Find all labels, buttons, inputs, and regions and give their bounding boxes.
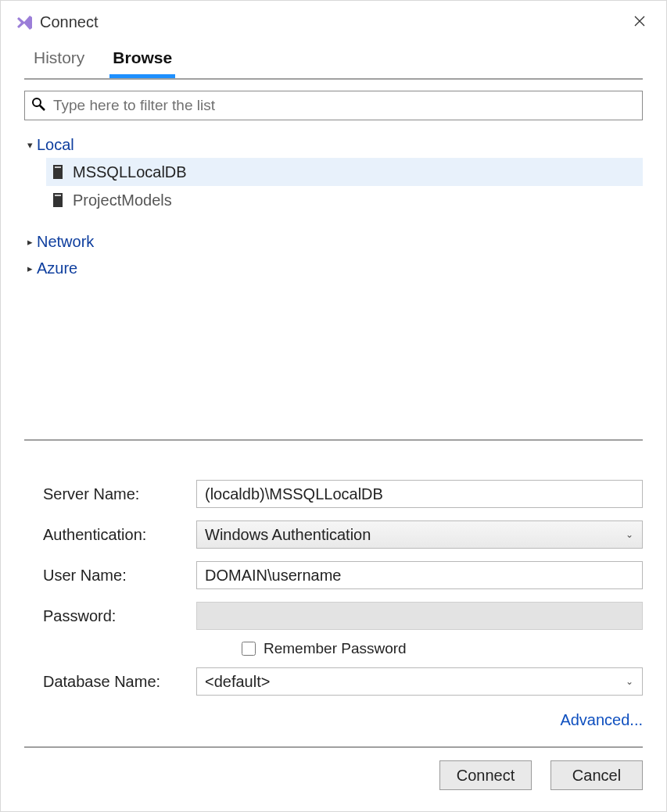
server-name-label: Server Name: bbox=[43, 485, 196, 503]
svg-rect-3 bbox=[55, 166, 61, 168]
divider bbox=[24, 78, 643, 80]
svg-point-0 bbox=[33, 98, 41, 106]
user-name-label: User Name: bbox=[43, 567, 196, 585]
dialog-buttons: Connect Cancel bbox=[1, 760, 666, 804]
svg-line-1 bbox=[40, 106, 45, 110]
user-name-input[interactable] bbox=[196, 561, 643, 589]
tree-item-projectmodels[interactable]: ProjectModels bbox=[46, 186, 643, 214]
filter-input[interactable] bbox=[52, 96, 636, 115]
tree-group-azure[interactable]: ▸ Azure bbox=[24, 255, 643, 281]
caret-right-icon: ▸ bbox=[24, 236, 35, 248]
tree-item-label: ProjectModels bbox=[73, 191, 172, 209]
divider bbox=[24, 746, 643, 748]
title-bar: Connect bbox=[1, 1, 666, 41]
window-title: Connect bbox=[40, 13, 99, 31]
remember-password-label: Remember Password bbox=[264, 640, 407, 657]
authentication-select[interactable]: Windows Authentication bbox=[196, 520, 643, 549]
server-icon bbox=[52, 192, 63, 208]
caret-down-icon: ▾ bbox=[24, 139, 35, 151]
tree-group-network[interactable]: ▸ Network bbox=[24, 228, 643, 255]
tab-bar: History Browse bbox=[1, 41, 666, 77]
advanced-link[interactable]: Advanced... bbox=[560, 711, 643, 728]
connection-tree: ▾ Local MSSQLLocalDB ProjectModels ▸ Net… bbox=[24, 131, 643, 281]
connect-button[interactable]: Connect bbox=[439, 760, 532, 790]
filter-container bbox=[24, 91, 643, 120]
tree-group-label: Azure bbox=[37, 259, 77, 277]
divider bbox=[24, 439, 643, 441]
search-icon bbox=[31, 97, 45, 115]
tree-item-mssqllocaldb[interactable]: MSSQLLocalDB bbox=[46, 158, 643, 186]
authentication-label: Authentication: bbox=[43, 526, 196, 544]
tree-item-label: MSSQLLocalDB bbox=[73, 163, 187, 181]
server-name-input[interactable] bbox=[196, 480, 643, 508]
password-input bbox=[196, 602, 643, 630]
server-icon bbox=[52, 164, 63, 180]
svg-rect-5 bbox=[55, 195, 61, 196]
cancel-button[interactable]: Cancel bbox=[550, 760, 643, 790]
close-icon[interactable] bbox=[627, 10, 652, 34]
tree-group-label: Network bbox=[37, 233, 94, 251]
database-name-select[interactable]: <default> bbox=[196, 667, 643, 696]
tree-group-local[interactable]: ▾ Local bbox=[24, 131, 643, 158]
caret-right-icon: ▸ bbox=[24, 263, 35, 274]
password-label: Password: bbox=[43, 607, 196, 625]
tree-group-label: Local bbox=[37, 136, 74, 154]
remember-password-checkbox[interactable] bbox=[242, 642, 256, 656]
database-name-label: Database Name: bbox=[43, 673, 196, 691]
tab-history[interactable]: History bbox=[30, 41, 88, 77]
tab-browse[interactable]: Browse bbox=[109, 41, 175, 77]
visual-studio-icon bbox=[15, 13, 34, 32]
connection-form: Server Name: Authentication: Windows Aut… bbox=[1, 480, 666, 696]
